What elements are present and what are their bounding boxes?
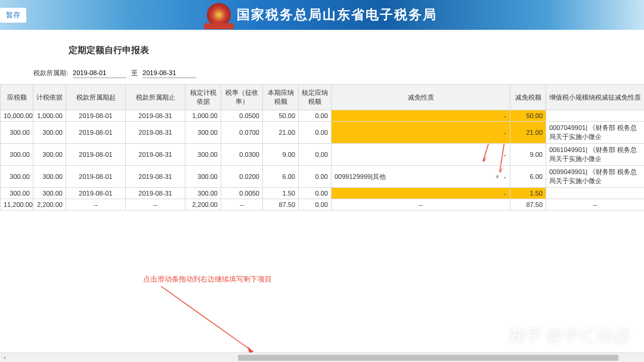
date-to-label: 至 xyxy=(131,69,138,78)
table-cell: 6.00 xyxy=(510,166,546,188)
table-cell: 2019-08-01 xyxy=(66,188,126,199)
table-cell: 2019-08-01 xyxy=(66,166,126,188)
table-cell: 0.00 xyxy=(299,188,332,199)
table-cell: 2019-08-01 xyxy=(66,122,126,144)
table-cell: 0.00 xyxy=(299,144,332,166)
table-cell: 300.00 xyxy=(33,188,66,199)
page-title: 定期定额自行申报表 xyxy=(69,45,644,56)
table-cell: 0.00 xyxy=(299,166,332,188)
table-cell: 0.0500 xyxy=(221,110,263,122)
table-cell: -- xyxy=(546,199,645,211)
table-cell: 2019-08-31 xyxy=(126,144,185,166)
table-cell: 21.00 xyxy=(510,122,546,144)
table-cell: 300.00 xyxy=(1,166,33,188)
table-cell: 300.00 xyxy=(1,144,33,166)
table-cell: 1.50 xyxy=(263,188,299,199)
table-cell: 2,200.00 xyxy=(33,199,66,211)
table-cell: 21.00 xyxy=(263,122,299,144)
table-cell: 300.00 xyxy=(1,188,33,199)
chevron-down-icon[interactable]: ⌄ xyxy=(503,190,507,196)
table-cell: 0.0700 xyxy=(221,122,263,144)
table-cell[interactable]: ⌄ xyxy=(332,122,510,144)
column-header: 应税额 xyxy=(1,85,33,110)
date-from-label: 税款所属期: xyxy=(33,69,68,78)
table-cell: 9.00 xyxy=(510,144,546,166)
content-area: 定期定额自行申报表 税款所属期: 至 xyxy=(0,30,644,78)
header-brand: 国家税务总局山东省电子税务局 xyxy=(207,3,437,27)
column-header: 税率（征收率） xyxy=(221,85,263,110)
table-cell: 300.00 xyxy=(33,166,66,188)
table-header-row: 应税额计税依据税款所属期起税款所属期止核定计税依据税率（征收率）本期应纳税额核定… xyxy=(1,85,645,110)
table-cell: 10,000.00 xyxy=(1,110,33,122)
table-body: 10,000.001,000.002019-08-012019-08-311,0… xyxy=(1,110,645,211)
table-cell: 1.50 xyxy=(510,188,546,199)
table-cell: 2019-08-31 xyxy=(126,166,185,188)
table-cell: 0.0200 xyxy=(221,166,263,188)
table-cell: -- xyxy=(126,199,185,211)
tax-table: 应税额计税依据税款所属期起税款所属期止核定计税依据税率（征收率）本期应纳税额核定… xyxy=(0,84,644,211)
chevron-down-icon[interactable]: ⌄ xyxy=(503,129,507,135)
column-header: 减免税额 xyxy=(510,85,546,110)
table-row: 11,200.002,200.00----2,200.00--87.500.00… xyxy=(1,199,645,211)
date-range-row: 税款所属期: 至 xyxy=(33,68,644,78)
table-cell: 0.00 xyxy=(299,199,332,211)
app-header: 国家税务总局山东省电子税务局 暂存 xyxy=(0,0,644,30)
table-cell: 87.50 xyxy=(510,199,546,211)
table-row: 10,000.001,000.002019-08-012019-08-311,0… xyxy=(1,110,645,122)
table-cell: 50.00 xyxy=(263,110,299,122)
table-cell: 2019-08-31 xyxy=(126,110,185,122)
table-cell: 1,000.00 xyxy=(185,110,221,122)
table-cell: 9.00 xyxy=(263,144,299,166)
table-cell: 50.00 xyxy=(510,110,546,122)
table-cell: 87.50 xyxy=(263,199,299,211)
tax-table-wrap: 应税额计税依据税款所属期起税款所属期止核定计税依据税率（征收率）本期应纳税额核定… xyxy=(0,84,644,211)
save-button[interactable]: 暂存 xyxy=(0,8,26,23)
column-header: 税款所属期起 xyxy=(66,85,126,110)
table-cell: 2019-08-31 xyxy=(126,188,185,199)
table-cell xyxy=(546,188,645,199)
table-cell: -- xyxy=(332,199,510,211)
table-cell: 300.00 xyxy=(185,188,221,199)
table-cell: 300.00 xyxy=(33,122,66,144)
table-cell[interactable]: 0099129999|其他×⌄ xyxy=(332,166,510,188)
chevron-down-icon[interactable]: ⌄ xyxy=(503,174,507,180)
date-from-input[interactable] xyxy=(73,68,126,78)
table-cell: 2019-08-31 xyxy=(126,122,185,144)
date-to-input[interactable] xyxy=(143,68,196,78)
table-cell: 300.00 xyxy=(185,122,221,144)
table-cell: 2,200.00 xyxy=(185,199,221,211)
table-cell: 11,200.00 xyxy=(1,199,33,211)
header-title: 国家税务总局山东省电子税务局 xyxy=(237,6,437,24)
table-cell: -- xyxy=(221,199,263,211)
table-cell: 1,000.00 xyxy=(33,110,66,122)
table-cell[interactable]: ⌄ xyxy=(332,144,510,166)
column-header: 计税依据 xyxy=(33,85,66,110)
tax-emblem-logo xyxy=(207,3,231,27)
table-cell: 0.0050 xyxy=(221,188,263,199)
clear-icon[interactable]: × xyxy=(496,174,499,180)
table-cell: 2019-08-01 xyxy=(66,144,126,166)
column-header: 增值税小规模纳税减征减免性质 xyxy=(546,85,645,110)
column-header: 减免性质 xyxy=(332,85,510,110)
table-row: 300.00300.002019-08-012019-08-31300.000.… xyxy=(1,188,645,199)
table-cell[interactable]: ⌄ xyxy=(332,188,510,199)
table-row: 300.00300.002019-08-012019-08-31300.000.… xyxy=(1,166,645,188)
table-row: 300.00300.002019-08-012019-08-31300.000.… xyxy=(1,122,645,144)
table-row: 300.00300.002019-08-012019-08-31300.000.… xyxy=(1,144,645,166)
table-cell: 300.00 xyxy=(33,144,66,166)
table-cell: 2019-08-01 xyxy=(66,110,126,122)
chevron-down-icon[interactable]: ⌄ xyxy=(503,151,507,157)
table-cell[interactable]: ⌄ xyxy=(332,110,510,122)
table-cell: 0.00 xyxy=(299,122,332,144)
table-cell: 0.00 xyxy=(299,110,332,122)
table-cell: 0061049901| 《财务部 税务总局关于实施小微企 xyxy=(546,144,645,166)
column-header: 核定应纳税额 xyxy=(299,85,332,110)
table-cell xyxy=(546,110,645,122)
table-cell: 0.0300 xyxy=(221,144,263,166)
chevron-down-icon[interactable]: ⌄ xyxy=(503,113,507,119)
table-cell: 0007049901| 《财务部 税务总局关于实施小微企 xyxy=(546,122,645,144)
table-cell: 300.00 xyxy=(185,166,221,188)
table-cell: 300.00 xyxy=(1,122,33,144)
table-cell: 6.00 xyxy=(263,166,299,188)
table-cell: -- xyxy=(66,199,126,211)
